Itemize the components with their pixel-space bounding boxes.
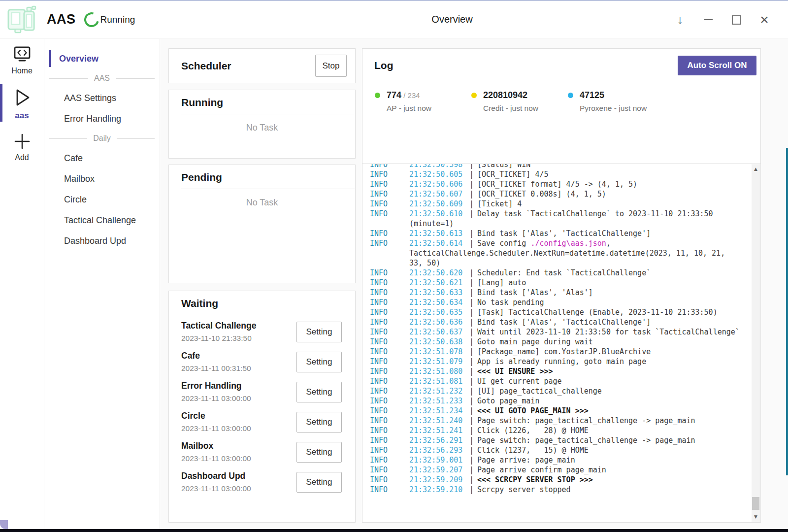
running-spinner-icon — [81, 9, 101, 30]
log-message: Click (1237, 15) @ HOME — [477, 445, 750, 455]
plus-icon — [13, 133, 31, 150]
log-level: INFO — [370, 475, 409, 485]
log-message: <<< UI GOTO PAGE_MAIN >>> — [477, 406, 750, 416]
log-separator: | — [469, 455, 477, 465]
log-message: [OCR_TICKET] 4/5 — [477, 169, 750, 179]
log-row: (minute=1) — [370, 219, 750, 229]
scrollbar-down-icon[interactable]: ▼ — [752, 514, 760, 519]
scrollbar-thumb[interactable] — [752, 497, 759, 510]
log-time: 21:32:51.241 — [409, 426, 469, 435]
log-level: INFO — [370, 268, 409, 278]
log-row: INFO21:32:50.635|[Task] TacticalChalleng… — [370, 307, 750, 317]
log-time: 21:32:50.609 — [409, 199, 469, 209]
rail-item-home[interactable]: Home — [0, 39, 44, 80]
stat-dot-icon — [375, 93, 380, 98]
log-separator: | — [469, 189, 477, 199]
log-separator: | — [469, 485, 477, 495]
running-title: Running — [169, 90, 355, 114]
log-time: 21:32:51.233 — [409, 396, 469, 406]
rail-item-add[interactable]: Add — [0, 126, 44, 167]
stat-body: 220810942Credit - just now — [483, 90, 538, 113]
code-monitor-icon — [13, 46, 32, 64]
play-icon — [12, 87, 32, 108]
log-row: INFO21:32:50.638|Goto main page during w… — [370, 337, 750, 347]
nav-item-dashboard-upd[interactable]: Dashboard Upd — [44, 231, 160, 251]
nav-item-circle[interactable]: Circle — [44, 189, 160, 210]
log-panel: Log Auto Scroll ON 774 / 234AP - just no… — [362, 48, 761, 523]
log-time: 21:32:51.078 — [409, 347, 469, 357]
log-time: 21:32:50.635 — [409, 307, 469, 317]
nav-section-divider: AAS — [44, 69, 160, 88]
log-row: INFO21:32:51.232|[UI] page_tactical_chal… — [370, 386, 750, 396]
log-message: Goto main page during wait — [477, 337, 750, 347]
log-time: 21:32:50.614 — [409, 238, 469, 248]
log-row: INFO21:32:50.598|[Status] WIN — [370, 164, 750, 169]
task-setting-button[interactable]: Setting — [296, 352, 342, 372]
stat-label: Credit - just now — [483, 104, 538, 113]
rail-item-aas[interactable]: aas — [0, 80, 44, 126]
log-level: INFO — [370, 455, 409, 465]
log-separator: | — [469, 386, 477, 396]
log-time: 21:32:50.613 — [409, 229, 469, 238]
log-message: [Lang] auto — [477, 278, 750, 288]
log-level: INFO — [370, 435, 409, 445]
log-message: Save config ./config\aas.json, — [477, 238, 750, 248]
pending-panel: Pending No Task — [168, 165, 356, 283]
log-indent — [370, 258, 409, 268]
window-bottom-edge — [0, 529, 788, 532]
log-separator: | — [469, 278, 477, 288]
nav-item-tactical-challenge[interactable]: Tactical Challenge — [44, 210, 160, 231]
log-indent — [370, 219, 409, 229]
nav-item-overview[interactable]: Overview — [44, 48, 160, 69]
log-separator: | — [469, 164, 477, 169]
log-row: INFO21:32:51.241|Click (1226, 28) @ HOME — [370, 426, 750, 435]
log-level: INFO — [370, 386, 409, 396]
log-level: INFO — [370, 485, 409, 495]
log-level: INFO — [370, 179, 409, 189]
window-top-edge — [0, 0, 788, 1]
log-time: 21:32:59.207 — [409, 465, 469, 475]
log-time: 21:32:50.610 — [409, 209, 469, 219]
log-message: Page switch: page_tactical_challenge -> … — [477, 416, 750, 426]
log-separator: | — [469, 347, 477, 357]
divider-line — [49, 78, 88, 79]
log-row: INFO21:32:51.233|Goto page_main — [370, 396, 750, 406]
task-setting-button[interactable]: Setting — [296, 382, 342, 402]
log-separator: | — [469, 337, 477, 347]
log-message: [UI] page_tactical_challenge — [477, 386, 750, 396]
log-level: INFO — [370, 357, 409, 366]
nav-item-error-handling[interactable]: Error Handling — [44, 108, 160, 129]
log-row: INFO21:32:50.637|Wait until 2023-11-10 2… — [370, 327, 750, 337]
log-row: INFO21:32:51.234|<<< UI GOTO PAGE_MAIN >… — [370, 406, 750, 416]
task-setting-button[interactable]: Setting — [296, 322, 342, 342]
download-arrow-button[interactable]: ↓ — [674, 14, 686, 26]
log-level: INFO — [370, 416, 409, 426]
task-setting-button[interactable]: Setting — [296, 442, 342, 463]
log-time: 21:32:59.210 — [409, 485, 469, 495]
log-separator: | — [469, 268, 477, 278]
scrollbar-up-icon[interactable]: ▲ — [752, 166, 760, 171]
nav-item-mailbox[interactable]: Mailbox — [44, 168, 160, 189]
log-scrollbar[interactable]: ▲ ▼ — [752, 164, 760, 522]
window-controls: ↓ × — [674, 1, 770, 38]
log-separator: | — [469, 366, 477, 376]
log-message: [OCR_TICKET format] 4/5 -> (4, 1, 5) — [477, 179, 750, 189]
close-button[interactable]: × — [758, 14, 770, 26]
log-lines: INFO21:32:50.598|[Status] WININFO21:32:5… — [362, 164, 760, 495]
maximize-button[interactable] — [730, 14, 742, 26]
log-row: INFO21:32:50.621|[Lang] auto — [370, 278, 750, 288]
task-setting-button[interactable]: Setting — [296, 472, 342, 493]
waiting-panel: Waiting Tactical Challenge2023-11-10 21:… — [168, 291, 356, 523]
log-separator: | — [469, 209, 477, 219]
task-setting-button[interactable]: Setting — [296, 412, 342, 432]
stat-dot-icon — [568, 93, 573, 98]
nav-item-cafe[interactable]: Cafe — [44, 148, 160, 168]
minimize-button[interactable] — [702, 14, 714, 26]
log-message: UI get current page — [477, 376, 750, 386]
auto-scroll-toggle[interactable]: Auto Scroll ON — [678, 56, 756, 75]
nav-item-aas-settings[interactable]: AAS Settings — [44, 88, 160, 108]
stop-button[interactable]: Stop — [315, 55, 347, 77]
log-row: INFO21:32:50.607|[OCR_TICKET 0.008s] (4,… — [370, 189, 750, 199]
log-time: 21:32:56.291 — [409, 435, 469, 445]
log-time: 21:32:50.636 — [409, 317, 469, 327]
